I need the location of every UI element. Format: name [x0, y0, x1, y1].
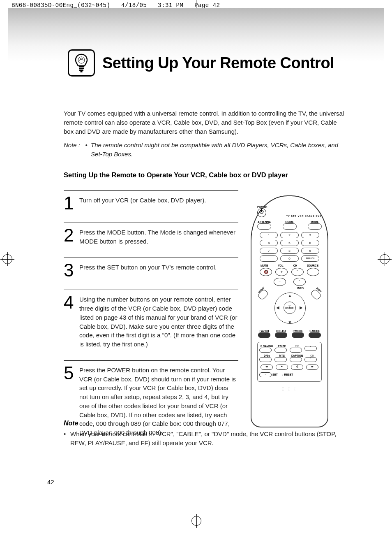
pip-ch-up: ˄: [304, 346, 317, 351]
meta-date: 4/18/05: [121, 2, 147, 9]
right-arrow-icon: ▶: [300, 305, 303, 310]
mts-label: MTS: [274, 354, 290, 357]
svg-rect-4: [80, 71, 83, 72]
mute-button: 🔇: [260, 268, 272, 276]
reset-label: RESET: [284, 373, 293, 376]
caption-label: CAPTION: [290, 354, 305, 357]
enter-button: ↻ENTER: [284, 302, 296, 314]
chlist-button: [275, 332, 287, 338]
step-1: 1 Turn off your VCR (or Cable box, DVD p…: [64, 190, 238, 223]
registration-mark: [191, 516, 201, 526]
num-button: 8: [280, 248, 298, 254]
pip-button: [290, 348, 302, 353]
mode-button: [308, 223, 322, 230]
svg-point-0: [78, 57, 85, 63]
dpad: MENU EXIT INFO ↻ENTER ▲ ▼ ◀ ▶: [257, 289, 322, 326]
footer-note-text: When your remote control is in "VCR", "C…: [70, 430, 345, 448]
set-label: SET: [272, 373, 278, 376]
enter-label: ENTER: [285, 307, 293, 309]
step-text: Turn off your VCR (or Cable box, DVD pla…: [79, 195, 206, 211]
print-meta: BN68-00835D-00Eng_(032~045) 4/18/05 3:31…: [12, 2, 220, 9]
svg-rect-2: [79, 68, 84, 69]
power-label: POWER: [257, 205, 267, 208]
step-2: 2 Press the MODE button. The Mode is cha…: [64, 223, 238, 258]
pip-ch-label: CH: [304, 354, 320, 357]
dnie-button: [259, 357, 272, 362]
left-arrow-icon: ◀: [276, 305, 279, 310]
pip-label: PIP: [290, 345, 305, 348]
footer-note: Note • When your remote control is in "V…: [64, 420, 345, 448]
intro-paragraph: Your TV comes equipped with a universal …: [64, 109, 345, 136]
remote-control-diagram: POWER TV STB VCR CABLE DVD ANTENNA GUIDE…: [251, 195, 328, 427]
mts-button: [274, 357, 287, 362]
num-button: 5: [280, 240, 298, 246]
mute-label: MUTE: [261, 264, 268, 267]
step-number: 4: [64, 294, 75, 349]
step-3: 3 Press the SET button on your TV's remo…: [64, 258, 238, 290]
svg-rect-3: [79, 70, 83, 71]
up-arrow-icon: ▲: [288, 293, 292, 298]
step-number: 3: [64, 262, 75, 279]
title-row: Setting Up Your Remote Control: [68, 49, 334, 77]
num-button: 2: [280, 232, 298, 238]
smode-button: [309, 332, 321, 338]
guide-button: [283, 223, 297, 230]
step-text: Press the MODE button. The Mode is chang…: [79, 227, 238, 246]
vol-label: VOL: [278, 264, 283, 267]
psize-button: [274, 348, 287, 353]
caption-button: [290, 357, 302, 362]
num-button: 0: [280, 255, 298, 262]
chlist-label: CH LIST: [275, 330, 287, 332]
ch-down-button: ˅: [293, 278, 306, 286]
psize-label: P.SIZE: [274, 345, 290, 348]
lightbulb-icon: [68, 49, 95, 77]
manual-page: BN68-00835D-00Eng_(032~045) 4/18/05 3:31…: [0, 0, 392, 534]
power-button-icon: [257, 208, 266, 217]
registration-mark: [2, 254, 12, 264]
favch-button: [258, 332, 270, 338]
step-number: 1: [64, 195, 75, 211]
pip-ch-down: ˅: [304, 357, 317, 362]
bullet-icon: •: [64, 430, 70, 448]
meta-time: 3:31 PM: [158, 2, 183, 9]
antenna-label: ANTENNA: [257, 221, 271, 223]
guide-label: GUIDE: [283, 221, 297, 223]
source-button: [307, 268, 319, 276]
pmode-label: P.MODE: [292, 330, 304, 332]
steps-list: 1 Turn off your VCR (or Cable box, DVD p…: [64, 190, 238, 449]
step-4: 4 Using the number buttons on your remot…: [64, 290, 238, 360]
num-button: 7: [260, 248, 278, 254]
prech-button: PRE-CH: [301, 255, 319, 262]
num-button: 6: [301, 240, 319, 246]
note-text: The remote control might not be compatib…: [91, 141, 345, 159]
pmode-button: [292, 332, 304, 338]
number-pad: 1 2 3 4 5 6 7 8 9 – 0 PRE-CH: [260, 232, 319, 262]
step-number: 2: [64, 227, 75, 246]
svg-rect-1: [79, 66, 84, 67]
page-number: 42: [47, 478, 54, 485]
meta-page: Page 42: [194, 2, 220, 9]
play-pause-button: ▸‖: [291, 365, 303, 370]
esaving-label: E.SAVING: [259, 345, 274, 348]
source-label: SOURCE: [307, 264, 318, 267]
ch-up-button: ˄: [291, 268, 304, 276]
num-button: 1: [260, 232, 278, 238]
decorative-dots: ○ ○ ○○ ○ ○: [257, 386, 322, 392]
dnie-label: DNIe: [259, 354, 274, 357]
num-button: 3: [301, 232, 319, 238]
mode-strip: TV STB VCR CABLE DVD: [286, 215, 322, 217]
smode-label: S.MODE: [309, 330, 321, 332]
num-button: 9: [301, 248, 319, 254]
step-text: Press the SET button on your TV's remote…: [79, 262, 217, 279]
vol-up-button: +: [275, 268, 288, 276]
registration-mark: [380, 254, 390, 264]
antenna-button: [257, 223, 271, 230]
info-label: INFO: [297, 287, 304, 290]
ff-button: ▸▸: [306, 365, 318, 370]
vol-down-button: −: [274, 278, 286, 286]
content-area: Your TV comes equipped with a universal …: [64, 109, 345, 449]
stop-button: ■: [276, 365, 288, 370]
esaving-button: [259, 348, 272, 353]
compatibility-note: Note : • The remote control might not be…: [64, 141, 345, 159]
rew-button: ◂◂: [261, 365, 273, 370]
